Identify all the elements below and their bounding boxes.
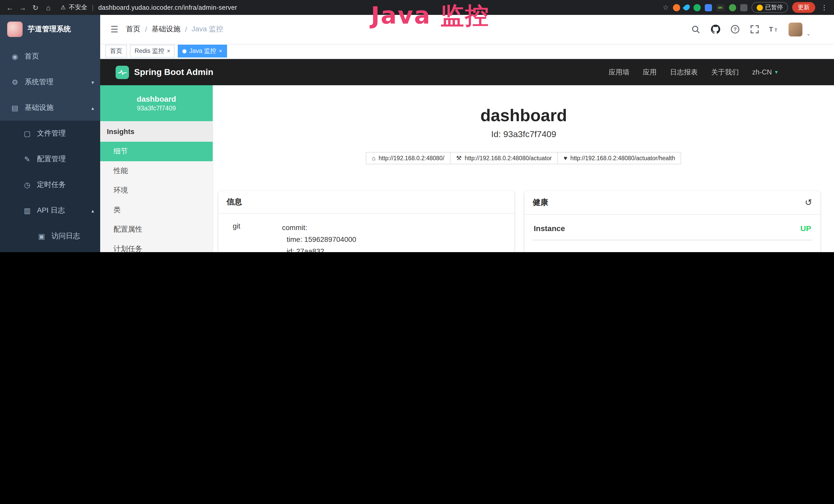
- github-icon[interactable]: [710, 24, 721, 35]
- tab-java-monitor[interactable]: Java 监控 ×: [178, 45, 227, 58]
- chevron-up-icon: ▴: [91, 208, 94, 213]
- breadcrumb-home[interactable]: 首页: [126, 25, 140, 34]
- home-icon[interactable]: ⌂: [44, 3, 53, 12]
- extension-icon-green-circle[interactable]: [693, 4, 700, 11]
- paused-badge[interactable]: 已暂停: [751, 2, 788, 13]
- sba-nav-wallboard[interactable]: 应用墙: [609, 68, 629, 77]
- forward-icon[interactable]: →: [18, 3, 27, 12]
- sidebar-item-infrastructure[interactable]: ▤ 基础设施 ▴: [0, 95, 100, 121]
- sba-nav-about[interactable]: 关于我们: [711, 68, 739, 77]
- sba-item-classes[interactable]: 类: [100, 200, 213, 220]
- sba-nav-journal[interactable]: 日志报表: [670, 68, 698, 77]
- info-value: commit: time: 1596289704000 id: 27aa832 …: [282, 222, 506, 252]
- extension-icon-drop[interactable]: [682, 3, 691, 12]
- sidebar-item-config-management[interactable]: ✎ 配置管理: [0, 146, 100, 172]
- browser-actions: ☆ on 已暂停 更新 ⋮: [663, 2, 829, 13]
- extension-icon-on-badge[interactable]: on: [716, 4, 725, 11]
- dashboard-icon: ◉: [10, 52, 20, 61]
- health-card: 健康 ↺ Instance UP: [525, 191, 820, 252]
- history-icon[interactable]: ↺: [805, 197, 812, 208]
- sidebar-item-system[interactable]: ⚙ 系统管理 ▾: [0, 69, 100, 95]
- breadcrumb-current: Java 监控: [192, 25, 223, 34]
- svg-text:?: ?: [733, 26, 737, 32]
- health-card-title: 健康: [533, 198, 548, 207]
- sidebar-item-error-logs[interactable]: ▣ 错误日志: [0, 249, 100, 252]
- app-logo[interactable]: 芋道管理系统: [0, 15, 100, 44]
- extension-icon-orange[interactable]: [673, 4, 680, 11]
- refresh-icon[interactable]: ↻: [31, 3, 40, 12]
- chevron-down-icon: ▾: [91, 79, 94, 85]
- instance-header[interactable]: dashboard 93a3fc7f7409: [100, 85, 213, 121]
- wrench-icon: ⚒: [456, 155, 462, 162]
- sidebar-item-api-logs[interactable]: ▥ API 日志 ▴: [0, 198, 100, 223]
- health-heart-icon: ♥: [564, 155, 567, 162]
- chevron-down-icon: ▾: [775, 69, 778, 75]
- svg-text:T: T: [774, 28, 777, 32]
- hamburger-icon[interactable]: ☰: [105, 24, 124, 35]
- extension-icon-grid[interactable]: [705, 4, 712, 11]
- info-git-row: git commit: time: 1596289704000 id: 27aa…: [226, 221, 506, 252]
- spring-boot-admin-frame: Spring Boot Admin 应用墙 应用 日志报表 关于我们 zh-CN…: [100, 59, 834, 252]
- screenshot-root: ← → ↻ ⌂ ⚠ 不安全 | dashboard.yudao.iocoder.…: [0, 0, 834, 252]
- url-text: dashboard.yudao.iocoder.cn/infra/admin-s…: [98, 4, 237, 11]
- sba-item-scheduled-tasks[interactable]: 计划任务: [100, 239, 213, 252]
- warning-icon: ⚠: [61, 4, 66, 11]
- tab-redis-monitor[interactable]: Redis 监控 ×: [130, 45, 175, 58]
- timer-icon: ◷: [23, 181, 32, 189]
- sba-nav-applications[interactable]: 应用: [643, 68, 657, 77]
- browser-menu-icon[interactable]: ⋮: [819, 4, 829, 11]
- insights-group-label: Insights: [100, 121, 213, 142]
- health-instance-row[interactable]: Instance UP: [533, 222, 812, 240]
- sidebar-item-file-management[interactable]: ▢ 文件管理: [0, 121, 100, 146]
- detail-cards: 信息 git commit: time: 1596289704000 id: 2…: [218, 191, 820, 252]
- extension-icon-leaf[interactable]: [729, 4, 736, 11]
- header-actions: ? TT ⌄: [691, 22, 811, 36]
- sidebar-item-access-logs[interactable]: ▣ 访问日志: [0, 223, 100, 249]
- locale-select[interactable]: zh-CN ▾: [752, 68, 778, 76]
- tags-bar: 首页 Redis 监控 × Java 监控 ×: [100, 44, 834, 59]
- bookmark-star-icon[interactable]: ☆: [663, 4, 668, 11]
- sidebar-item-scheduled-jobs[interactable]: ◷ 定时任务: [0, 172, 100, 198]
- address-bar[interactable]: ⚠ 不安全 | dashboard.yudao.iocoder.cn/infra…: [61, 3, 237, 12]
- svg-text:T: T: [769, 26, 773, 33]
- info-card-title: 信息: [218, 191, 514, 214]
- sba-nav: 应用墙 应用 日志报表 关于我们 zh-CN ▾: [609, 68, 778, 77]
- fullscreen-icon[interactable]: [749, 24, 760, 35]
- close-icon[interactable]: ×: [219, 48, 222, 54]
- user-avatar[interactable]: [788, 22, 802, 36]
- search-icon[interactable]: [691, 24, 701, 35]
- actuator-url-link[interactable]: ⚒ http://192.168.0.2:48080/actuator: [450, 152, 558, 164]
- gear-icon: ⚙: [10, 78, 20, 86]
- sba-item-config-props[interactable]: 配置属性: [100, 220, 213, 239]
- app-sidebar: 芋道管理系统 ◉ 首页 ⚙ 系统管理 ▾ ▤ 基础设施 ▴ ▢ 文件管理 ✎: [0, 15, 100, 252]
- instance-name: dashboard: [137, 94, 176, 103]
- security-label: 不安全: [69, 3, 87, 12]
- help-icon[interactable]: ?: [730, 24, 740, 35]
- sidebar-item-home[interactable]: ◉ 首页: [0, 44, 100, 69]
- instance-details: dashboard Id: 93a3fc7f7409 ⌂ http://192.…: [213, 85, 834, 252]
- logo-avatar: [7, 22, 23, 37]
- sba-item-environment[interactable]: 环境: [100, 181, 213, 200]
- close-icon[interactable]: ×: [167, 48, 170, 54]
- tab-home[interactable]: 首页: [105, 45, 127, 58]
- status-badge: UP: [800, 224, 811, 233]
- sba-navbar: Spring Boot Admin 应用墙 应用 日志报表 关于我们 zh-CN…: [100, 59, 834, 85]
- back-icon[interactable]: ←: [5, 3, 14, 12]
- avatar-caret-icon[interactable]: ⌄: [806, 30, 811, 36]
- health-instance-label: Instance: [534, 224, 565, 233]
- font-size-icon[interactable]: TT: [769, 24, 779, 35]
- update-button[interactable]: 更新: [792, 2, 815, 13]
- access-log-icon: ▣: [37, 232, 46, 240]
- instance-id-subtitle: Id: 93a3fc7f7409: [213, 130, 834, 140]
- sba-brand[interactable]: Spring Boot Admin: [134, 67, 214, 77]
- service-url-link[interactable]: ⌂ http://192.168.0.2:48080/: [366, 152, 451, 164]
- health-url-link[interactable]: ♥ http://192.168.0.2:48080/actuator/heal…: [557, 152, 681, 164]
- sba-logo-icon[interactable]: [115, 66, 129, 79]
- home-icon: ⌂: [372, 155, 376, 162]
- sba-item-metrics[interactable]: 性能: [100, 161, 213, 181]
- breadcrumb: 首页 / 基础设施 / Java 监控: [126, 25, 223, 34]
- sba-item-details[interactable]: 细节: [100, 142, 213, 161]
- extension-icon-puzzle[interactable]: [740, 4, 747, 11]
- breadcrumb-infrastructure[interactable]: 基础设施: [152, 25, 180, 34]
- log-icon: ▥: [23, 206, 32, 215]
